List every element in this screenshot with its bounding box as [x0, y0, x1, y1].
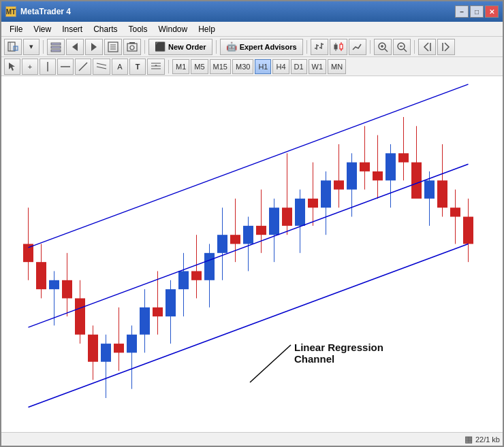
title-controls: – □ ✕ — [455, 5, 499, 18]
fibonacci-tool[interactable] — [147, 59, 165, 75]
menu-file[interactable]: File — [4, 23, 28, 35]
tf-m15[interactable]: M15 — [210, 59, 231, 74]
window-title: MetaTrader 4 — [20, 7, 455, 16]
chart-type-2[interactable] — [330, 39, 347, 55]
svg-line-38 — [79, 63, 87, 71]
crosshair-tool[interactable]: + — [22, 59, 38, 75]
svg-marker-7 — [72, 43, 78, 51]
menu-tools[interactable]: Tools — [123, 23, 153, 35]
menu-view[interactable]: View — [28, 23, 57, 35]
zoom-out-button[interactable] — [393, 39, 411, 55]
new-order-button[interactable]: ⬛ New Order — [148, 39, 212, 55]
profiles-button[interactable] — [47, 39, 65, 55]
separator-6 — [414, 40, 415, 54]
chart-area[interactable]: Linear RegressionChannel — [1, 76, 503, 432]
trend-line-tool[interactable] — [75, 59, 91, 75]
title-bar: MT MetaTrader 4 – □ ✕ — [1, 1, 503, 22]
label-tool[interactable]: T — [129, 59, 146, 75]
channel-tool[interactable] — [93, 59, 110, 75]
tf-d1[interactable]: D1 — [291, 59, 307, 74]
status-bar: ▦ 22/1 kb — [1, 432, 503, 446]
main-window: MT MetaTrader 4 – □ ✕ File View Insert C… — [0, 0, 504, 447]
main-toolbar: ▾ ⬛ New Order 🤖 Expert Advisors — [1, 37, 503, 57]
svg-line-39 — [97, 63, 106, 65]
separator-4 — [306, 40, 307, 54]
svg-rect-23 — [334, 45, 337, 49]
menu-help[interactable]: Help — [193, 23, 221, 35]
tf-m5[interactable]: M5 — [191, 59, 208, 74]
menu-insert[interactable]: Insert — [57, 23, 88, 35]
app-icon: MT — [5, 6, 16, 17]
svg-point-15 — [130, 46, 134, 50]
tf-h4[interactable]: H4 — [272, 59, 289, 74]
price-chart — [1, 76, 503, 432]
horizontal-line-tool[interactable] — [57, 59, 74, 75]
drawing-toolbar: + A T M1 M5 M15 M30 H1 H4 D1 W1 MN — [1, 57, 503, 76]
minimize-button[interactable]: – — [455, 5, 469, 18]
svg-line-31 — [404, 49, 407, 52]
text-tool[interactable]: A — [112, 59, 128, 75]
expert-icon: 🤖 — [226, 42, 237, 52]
menu-window[interactable]: Window — [153, 23, 193, 35]
svg-marker-8 — [91, 43, 97, 51]
forward-button[interactable] — [85, 39, 103, 55]
screenshot-button[interactable] — [123, 39, 141, 55]
grid-icon: ▦ — [464, 434, 473, 444]
tf-m30[interactable]: M30 — [232, 59, 253, 74]
separator-1 — [43, 40, 44, 54]
menu-bar: File View Insert Charts Tools Window Hel… — [1, 22, 503, 37]
scroll-left-button[interactable] — [418, 39, 436, 55]
status-right: ▦ 22/1 kb — [464, 434, 500, 444]
tf-mn[interactable]: MN — [328, 59, 346, 74]
scroll-right-button[interactable] — [437, 39, 455, 55]
svg-line-40 — [97, 67, 106, 69]
chart-type-3[interactable] — [349, 39, 366, 55]
separator-2 — [144, 40, 145, 54]
symbols-button[interactable] — [104, 39, 122, 55]
back-button[interactable] — [66, 39, 84, 55]
status-info: 22/1 kb — [475, 435, 500, 444]
menu-charts[interactable]: Charts — [88, 23, 123, 35]
svg-rect-25 — [340, 44, 343, 49]
dropdown-arrow[interactable]: ▾ — [23, 39, 40, 55]
chart-type-1[interactable] — [311, 39, 328, 55]
new-chart-button[interactable] — [4, 39, 22, 55]
separator-t1 — [168, 60, 169, 73]
svg-rect-4 — [51, 43, 61, 45]
svg-rect-6 — [51, 50, 61, 52]
zoom-in-button[interactable] — [374, 39, 392, 55]
cursor-tool[interactable] — [4, 59, 20, 75]
tf-h1[interactable]: H1 — [255, 59, 271, 74]
expert-advisors-button[interactable]: 🤖 Expert Advisors — [220, 39, 303, 55]
close-button[interactable]: ✕ — [485, 5, 499, 18]
svg-marker-35 — [9, 63, 15, 71]
tf-w1[interactable]: W1 — [309, 59, 327, 74]
vertical-line-tool[interactable] — [40, 59, 56, 75]
svg-marker-44 — [155, 65, 157, 66]
maximize-button[interactable]: □ — [470, 5, 484, 18]
svg-rect-14 — [129, 42, 135, 44]
new-order-icon: ⬛ — [155, 42, 166, 52]
svg-rect-5 — [51, 46, 61, 48]
svg-line-27 — [385, 49, 388, 52]
tf-m1[interactable]: M1 — [172, 59, 189, 74]
separator-3 — [216, 40, 217, 54]
separator-5 — [370, 40, 371, 54]
